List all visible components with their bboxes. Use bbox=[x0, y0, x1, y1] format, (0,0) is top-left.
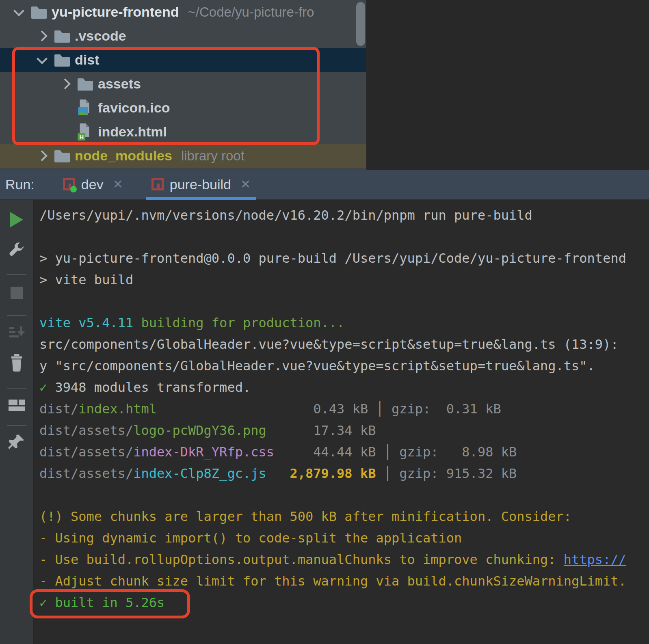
tree-label: node_modules bbox=[75, 148, 172, 164]
console-text: dist/assets/ bbox=[39, 444, 133, 460]
tree-label: .vscode bbox=[75, 28, 126, 44]
console-line bbox=[39, 291, 649, 312]
rerun-icon bbox=[10, 212, 23, 227]
console-text: - Adjust chunk size limit for this warni… bbox=[39, 573, 626, 589]
close-icon[interactable]: ✕ bbox=[240, 178, 251, 190]
tree-row-node-modules[interactable]: node_moduleslibrary root bbox=[0, 144, 366, 168]
console-text: │ bbox=[368, 401, 392, 417]
toolbar-divider bbox=[7, 274, 26, 275]
toolbar-divider bbox=[7, 425, 26, 426]
running-indicator-dot bbox=[70, 186, 77, 192]
console-text: index-DkR_YRfp.css bbox=[133, 444, 274, 460]
pin-button[interactable] bbox=[0, 434, 33, 452]
close-icon[interactable]: ✕ bbox=[113, 178, 123, 190]
console-line: dist/assets/index-DkR_YRfp.css 44.44 kB … bbox=[39, 441, 649, 463]
annotation-box-built-time bbox=[30, 589, 190, 618]
restore-layout-icon bbox=[8, 398, 26, 413]
console-line bbox=[39, 226, 649, 248]
console-text: index.html bbox=[78, 401, 157, 417]
console-text: gzip: 8.98 kB bbox=[399, 444, 517, 460]
console-text: - Use build.rollupOptions.output.manualC… bbox=[39, 552, 564, 567]
console-text: > yu-picture-frontend@0.0.0 pure-build /… bbox=[39, 251, 626, 266]
console-line: dist/assets/index-Clp8Z_gc.js 2,879.98 k… bbox=[39, 463, 649, 484]
console-text: 2,879.98 kB bbox=[290, 466, 376, 481]
console-text: logo-pcWDgY36.png bbox=[133, 423, 266, 438]
console-line: > vite build bbox=[39, 269, 649, 291]
tree-suffix: library root bbox=[181, 148, 244, 164]
folder-icon bbox=[54, 149, 75, 163]
console-text bbox=[157, 401, 313, 417]
annotation-box-dist-folder bbox=[12, 47, 320, 145]
console-text bbox=[133, 315, 141, 331]
console-toolbar bbox=[0, 200, 34, 644]
console-line: dist/assets/logo-pcWDgY36.png 17.34 kB bbox=[39, 420, 649, 441]
run-toolbar: Run: dev✕pure-build✕ bbox=[0, 170, 649, 200]
console-line: /Users/yupi/.nvm/versions/node/v16.20.2/… bbox=[39, 205, 649, 226]
chevron-right-icon[interactable] bbox=[30, 32, 54, 40]
console-text: building for production... bbox=[141, 315, 344, 331]
console-text: ✓ bbox=[39, 380, 55, 395]
run-tab-pure-build[interactable]: pure-build✕ bbox=[146, 169, 256, 199]
console-line: src/components/GlobalHeader.vue?vue&type… bbox=[39, 334, 649, 355]
chunking-docs-link[interactable]: https:// bbox=[564, 552, 626, 567]
console-line: - Using dynamic import() to code-split t… bbox=[39, 527, 649, 549]
chevron-down-icon[interactable] bbox=[7, 8, 30, 16]
restore-layout-button[interactable] bbox=[0, 398, 33, 413]
console-text: (!) Some chunks are larger than 500 kB a… bbox=[39, 509, 571, 524]
run-tab-label: dev bbox=[81, 177, 104, 192]
npm-icon bbox=[151, 178, 164, 190]
tree-row--vscode[interactable]: .vscode bbox=[0, 24, 366, 48]
console-text: dist/ bbox=[39, 401, 78, 417]
console-line: > yu-picture-frontend@0.0.0 pure-build /… bbox=[39, 248, 649, 269]
console-text: gzip: 915.32 kB bbox=[399, 466, 517, 481]
build-button[interactable] bbox=[0, 242, 33, 258]
rerun-button[interactable] bbox=[0, 212, 33, 227]
scroll-to-end-button[interactable] bbox=[0, 324, 33, 340]
scroll-to-end-icon bbox=[9, 324, 25, 340]
folder-icon bbox=[54, 149, 71, 163]
npm-icon bbox=[63, 178, 75, 190]
console-text bbox=[274, 444, 313, 460]
folder-icon bbox=[54, 29, 75, 43]
console-text: 0.43 kB bbox=[313, 401, 368, 417]
console-text: index-Clp8Z_gc.js bbox=[133, 466, 266, 481]
folder-icon bbox=[54, 29, 71, 43]
console-line: dist/index.html 0.43 kB │ gzip: 0.31 kB bbox=[39, 398, 649, 420]
run-tab-dev[interactable]: dev✕ bbox=[57, 169, 129, 199]
console-text: gzip: 0.31 kB bbox=[392, 401, 501, 417]
console-text: y "src/components/GlobalHeader.vue?vue&t… bbox=[39, 358, 595, 374]
console-line: - Use build.rollupOptions.output.manualC… bbox=[39, 549, 649, 571]
build-wrench-icon bbox=[9, 242, 25, 258]
console-text: - Using dynamic import() to code-split t… bbox=[39, 530, 462, 546]
console-text: dist/assets/ bbox=[39, 423, 133, 438]
run-tabs: dev✕pure-build✕ bbox=[57, 169, 273, 199]
console-line: y "src/components/GlobalHeader.vue?vue&t… bbox=[39, 355, 649, 377]
console-line: ✓ 3948 modules transformed. bbox=[39, 377, 649, 398]
pin-icon bbox=[8, 434, 25, 452]
folder-icon bbox=[30, 5, 52, 19]
toolbar-divider bbox=[7, 388, 26, 389]
console-line: vite v5.4.11 building for production... bbox=[39, 312, 649, 334]
tree-label: yu-picture-frontend bbox=[52, 4, 179, 20]
console-line bbox=[39, 484, 649, 506]
console-text bbox=[266, 466, 290, 481]
console-text bbox=[266, 423, 314, 438]
chevron-right-icon[interactable] bbox=[30, 152, 54, 160]
console-text: src/components/GlobalHeader.vue?vue&type… bbox=[39, 337, 619, 352]
console-text: vite v5.4.11 bbox=[39, 315, 133, 331]
console-text: 17.34 kB bbox=[313, 423, 376, 438]
tree-row-yu-picture-frontend[interactable]: yu-picture-frontend~/Code/yu-picture-fro bbox=[0, 0, 366, 24]
console-text: │ bbox=[376, 444, 399, 460]
console-line: (!) Some chunks are larger than 500 kB a… bbox=[39, 506, 649, 527]
clear-button[interactable] bbox=[0, 354, 33, 372]
stop-button[interactable] bbox=[0, 287, 33, 299]
console-text: /Users/yupi/.nvm/versions/node/v16.20.2/… bbox=[39, 207, 532, 223]
console-output[interactable]: /Users/yupi/.nvm/versions/node/v16.20.2/… bbox=[34, 200, 649, 644]
console-text: 44.44 kB bbox=[313, 444, 376, 460]
run-tab-label: pure-build bbox=[170, 177, 231, 192]
console-text: │ bbox=[376, 466, 399, 481]
toolbar-divider bbox=[7, 315, 26, 316]
tree-suffix: ~/Code/yu-picture-fro bbox=[188, 4, 314, 20]
tree-scrollbar-thumb[interactable] bbox=[356, 2, 365, 46]
run-panel-title: Run: bbox=[5, 177, 35, 192]
